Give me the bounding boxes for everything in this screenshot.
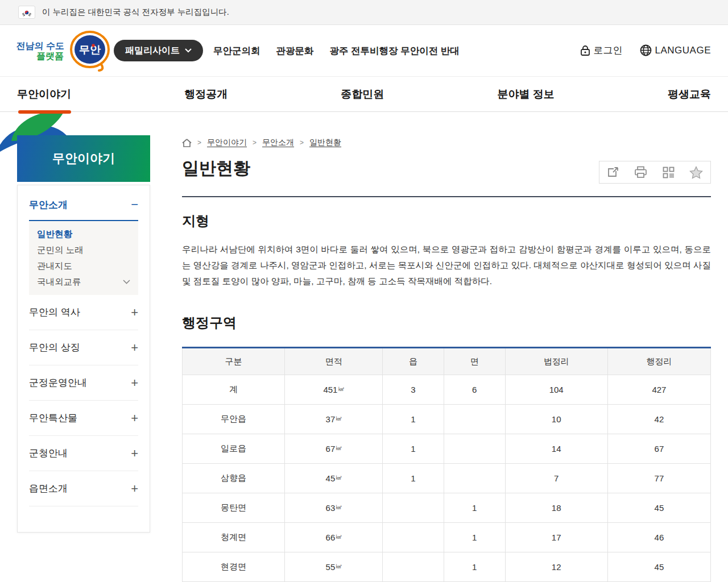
col-header: 행정리 [607, 348, 710, 375]
sidebar-item-exchange[interactable]: 국내외교류 [37, 274, 130, 290]
sidebar-item-muan-symbols[interactable]: 무안의 상징 + [29, 330, 138, 365]
share-icon[interactable] [606, 165, 621, 180]
nav-item-muan-story[interactable]: 무안이야기 [17, 87, 71, 102]
nav-item-civil-service[interactable]: 종합민원 [341, 87, 384, 102]
plus-icon: + [131, 483, 138, 495]
sidebar-menu: 무안소개 − 일반현황 군민의 노래 관내지도 국내외교류 무안의 역사 + 무… [17, 185, 150, 533]
table-row: 일로읍 67㎢ 1 14 67 [183, 434, 711, 464]
sidebar-item-county-office[interactable]: 군청안내 + [29, 436, 138, 471]
global-nav: 무안이야기 행정공개 종합민원 분야별 정보 평생교육 [0, 77, 728, 112]
table-row: 삼향읍 45㎢ 1 7 77 [183, 464, 711, 493]
sidebar-item-county-song[interactable]: 군민의 노래 [37, 242, 130, 258]
muan-emblem-icon: 무안 [68, 30, 111, 72]
gov-banner-text: 이 누리집은 대한민국 공식 전자정부 누리집입니다. [42, 7, 229, 18]
table-row: 청계면 66㎢ 1 17 46 [183, 523, 711, 552]
sidebar: 무안이야기 무안소개 − 일반현황 군민의 노래 관내지도 국내외교류 무안의 … [17, 135, 150, 533]
header-links: 무안군의회 관광문화 광주 전투비행장 무안이전 반대 [213, 45, 460, 57]
sidebar-item-muan-intro[interactable]: 무안소개 − [29, 197, 138, 213]
plus-icon: + [131, 412, 138, 425]
globe-icon [640, 44, 652, 56]
nav-item-admin-disclosure[interactable]: 행정공개 [184, 87, 228, 102]
district-table: 구분 면적 읍 면 법정리 행정리 계 451㎢ 3 6 104 427 무안읍… [182, 347, 711, 582]
chevron-down-icon [123, 280, 130, 284]
districts-heading: 행정구역 [182, 314, 237, 332]
login-button[interactable]: 로그인 [580, 44, 623, 57]
sidebar-item-specialties[interactable]: 무안특산물 + [29, 401, 138, 436]
family-site-button[interactable]: 패밀리사이트 [114, 40, 203, 61]
sidebar-item-town-intro[interactable]: 읍면소개 + [29, 471, 138, 506]
plus-icon: + [131, 377, 138, 389]
header-link-airbase[interactable]: 광주 전투비행장 무안이전 반대 [330, 45, 460, 57]
table-header-row: 구분 면적 읍 면 법정리 행정리 [183, 348, 711, 375]
terrain-heading: 지형 [182, 212, 209, 230]
page-toolbar [599, 161, 711, 184]
nav-item-lifelong-edu[interactable]: 평생교육 [668, 87, 711, 102]
sidebar-title: 무안이야기 [17, 135, 150, 182]
header: 전남의 수도 플랫폼 무안 패밀리사이트 무안군의회 관광문화 광주 전투비행장… [0, 25, 728, 77]
submenu-muan-intro: 일반현황 군민의 노래 관내지도 국내외교류 [29, 221, 138, 295]
table-row: 계 451㎢ 3 6 104 427 [183, 375, 711, 405]
sidebar-item-district-map[interactable]: 관내지도 [37, 258, 130, 274]
print-icon[interactable] [633, 165, 648, 180]
lock-icon [580, 45, 590, 56]
chevron-down-icon [185, 48, 192, 53]
page-title: 일반현황 [182, 157, 250, 180]
plus-icon: + [131, 447, 138, 460]
table-row: 몽탄면 63㎢ 1 18 45 [183, 493, 711, 523]
table-row: 무안읍 37㎢ 1 10 42 [183, 405, 711, 434]
home-icon[interactable] [182, 139, 192, 147]
site-logo[interactable]: 전남의 수도 플랫폼 무안 [16, 30, 111, 72]
col-header: 면 [444, 348, 505, 375]
sidebar-item-county-administration[interactable]: 군정운영안내 + [29, 365, 138, 401]
header-link-tourism[interactable]: 관광문화 [276, 45, 314, 57]
sidebar-item-general-status[interactable]: 일반현황 [37, 226, 130, 242]
col-header: 구분 [183, 348, 285, 375]
divider [182, 196, 711, 197]
plus-icon: + [131, 306, 138, 319]
language-button[interactable]: LANGUAGE [640, 44, 711, 56]
plus-icon: + [131, 342, 138, 354]
terrain-paragraph: 우리나라 서남단에 위치하여 3면이 바다로 둘러 쌓여 있으며, 북으로 영광… [182, 242, 711, 290]
breadcrumb-link-muan-intro[interactable]: 무안소개 [262, 138, 294, 148]
sidebar-item-muan-history[interactable]: 무안의 역사 + [29, 295, 138, 330]
header-link-council[interactable]: 무안군의회 [213, 45, 260, 57]
qr-code-icon[interactable] [661, 165, 676, 180]
breadcrumb-link-muan-story[interactable]: 무안이야기 [207, 138, 247, 148]
breadcrumb: > 무안이야기 > 무안소개 > 일반현황 [182, 138, 341, 148]
table-row: 현경면 55㎢ 1 12 45 [183, 552, 711, 582]
logo-tagline: 전남의 수도 플랫폼 [15, 41, 64, 62]
col-header: 법정리 [505, 348, 607, 375]
gov-banner: 이 누리집은 대한민국 공식 전자정부 누리집입니다. [0, 0, 728, 25]
col-header: 읍 [383, 348, 444, 375]
breadcrumb-link-general-status[interactable]: 일반현황 [309, 138, 341, 148]
korean-flag-icon [18, 6, 35, 19]
minus-icon: − [131, 198, 138, 211]
svg-text:무안: 무안 [79, 44, 101, 56]
star-icon[interactable] [688, 165, 704, 180]
nav-item-sector-info[interactable]: 분야별 정보 [498, 87, 555, 102]
active-nav-underline [18, 110, 71, 114]
col-header: 면적 [285, 348, 383, 375]
